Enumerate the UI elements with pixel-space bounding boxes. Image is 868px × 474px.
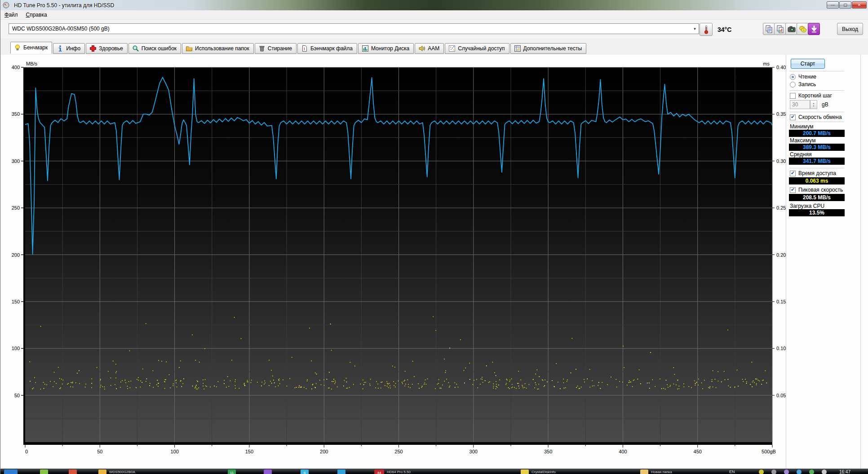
read-radio[interactable] bbox=[790, 74, 796, 80]
screenshot-button[interactable] bbox=[785, 23, 797, 35]
stride-input[interactable]: 30 bbox=[790, 100, 810, 109]
tab-стирание[interactable]: Стирание bbox=[255, 43, 297, 54]
benchmark-page: 400350300250200150100500.400.350.300.250… bbox=[0, 55, 868, 469]
menu-item-0[interactable]: Файл bbox=[0, 11, 22, 19]
tab-бэнчмарк-файла[interactable]: !Бэнчмарк файла bbox=[297, 43, 357, 54]
tab-label: ААМ bbox=[428, 45, 439, 52]
write-radio-row[interactable]: Запись bbox=[790, 81, 816, 88]
taskbar-clock[interactable]: 16:47 bbox=[839, 470, 850, 474]
copy-text-button[interactable] bbox=[763, 23, 775, 35]
benchmark-chart: 400350300250200150100500.400.350.300.250… bbox=[0, 55, 787, 469]
svg-text:!: ! bbox=[304, 46, 305, 51]
svg-text:500gB: 500gB bbox=[762, 449, 776, 454]
taskbar-item-3[interactable] bbox=[98, 470, 106, 474]
download-results-button[interactable] bbox=[808, 23, 820, 35]
tab-использование-папок[interactable]: Использование папок bbox=[182, 43, 254, 54]
taskbar-item-8[interactable]: 44 bbox=[374, 470, 384, 474]
taskbar-item-6[interactable]: S bbox=[301, 470, 309, 474]
magnifier-icon bbox=[132, 45, 139, 52]
taskbar-item-10[interactable] bbox=[640, 470, 648, 474]
tab-здоровье[interactable]: Здоровье bbox=[86, 43, 128, 54]
tab-label: Случайный доступ bbox=[458, 45, 505, 52]
chevron-down-icon[interactable]: ▼ bbox=[691, 24, 699, 34]
temperature-value: 34°C bbox=[717, 26, 731, 33]
info-icon bbox=[57, 45, 64, 52]
tab-поиск-ошибок[interactable]: Поиск ошибок bbox=[128, 43, 181, 54]
drive-select[interactable]: WDC WDS500G2B0A-00SM50 (500 gB) ▼ bbox=[9, 23, 699, 34]
temperature-button[interactable] bbox=[700, 23, 713, 36]
taskbar-item-4[interactable]: 11 bbox=[228, 470, 236, 474]
write-radio[interactable] bbox=[790, 82, 796, 88]
taskbar-item-1[interactable] bbox=[40, 470, 48, 474]
taskbar-item-label: HD64 Pro 5.50 bbox=[387, 470, 411, 474]
svg-text:200: 200 bbox=[12, 252, 20, 258]
taskbar-item-7[interactable] bbox=[337, 470, 345, 474]
read-radio-row[interactable]: Чтение bbox=[790, 74, 816, 80]
tab-случайный-доступ[interactable]: Случайный доступ bbox=[445, 43, 509, 54]
svg-text:400: 400 bbox=[619, 449, 627, 454]
tray-icon-5[interactable] bbox=[822, 470, 827, 474]
tray-icon-2[interactable] bbox=[784, 470, 789, 474]
taskbar-item-5[interactable] bbox=[264, 470, 272, 474]
menu-item-1[interactable]: Справка bbox=[22, 11, 51, 19]
short-stride-row[interactable]: Короткий шаг bbox=[790, 92, 832, 99]
svg-text:0.20: 0.20 bbox=[776, 252, 786, 258]
thermometer-icon bbox=[702, 25, 711, 35]
extra-tests-icon bbox=[514, 45, 521, 52]
burst-rate-checkbox[interactable] bbox=[790, 187, 796, 193]
access-time-checkbox[interactable] bbox=[790, 171, 796, 176]
short-stride-checkbox[interactable] bbox=[790, 93, 796, 99]
min-label: Минимум bbox=[790, 123, 814, 130]
tab-бенчмарк[interactable]: Бенчмарк bbox=[10, 42, 52, 54]
tab-монитор-диска[interactable]: Монитор Диска bbox=[358, 43, 414, 54]
tray-icon-3[interactable] bbox=[797, 470, 802, 474]
svg-text:300: 300 bbox=[469, 449, 478, 454]
svg-text:350: 350 bbox=[12, 111, 20, 117]
close-button[interactable]: ✕ bbox=[852, 1, 867, 9]
random-access-icon bbox=[448, 45, 456, 52]
burst-rate-value: 208.5 MB/s bbox=[789, 194, 845, 201]
svg-text:250: 250 bbox=[394, 449, 403, 454]
windows-taskbar[interactable]: EN 16:47 WDS500G2B0A11S44HD64 Pro 5.50Cr… bbox=[0, 469, 868, 474]
tab-дополнительные-тесты[interactable]: Дополнительные тесты bbox=[510, 43, 586, 54]
copy-image-button[interactable] bbox=[774, 23, 786, 35]
drive-select-value: WDC WDS500G2B0A-00SM50 (500 gB) bbox=[9, 26, 691, 32]
stride-spinner[interactable]: ▲▼ bbox=[810, 100, 817, 109]
save-button[interactable] bbox=[797, 23, 809, 35]
tab-label: Бенчмарк bbox=[23, 44, 48, 51]
transfer-rate-row[interactable]: Скорость обмена bbox=[790, 114, 842, 120]
bulb-icon bbox=[14, 44, 21, 51]
app-icon bbox=[3, 2, 9, 9]
maximize-button[interactable]: ▢ bbox=[839, 1, 851, 9]
tray-icon-0[interactable] bbox=[759, 470, 764, 474]
tray-icon-4[interactable] bbox=[809, 470, 814, 474]
tab-label: Монитор Диска bbox=[371, 45, 409, 52]
taskbar-item-9[interactable] bbox=[521, 470, 529, 474]
burst-rate-label: Пиковая скорость bbox=[798, 187, 843, 193]
taskbar-item-0[interactable] bbox=[4, 470, 18, 474]
access-time-row[interactable]: Время доступа bbox=[790, 170, 836, 176]
minimize-button[interactable]: — bbox=[827, 1, 839, 9]
burst-rate-row[interactable]: Пиковая скорость bbox=[790, 187, 843, 193]
svg-text:0.15: 0.15 bbox=[776, 299, 786, 304]
svg-text:MB/s: MB/s bbox=[26, 61, 38, 66]
max-value: 389.3 MB/s bbox=[789, 144, 845, 151]
read-radio-label: Чтение bbox=[798, 74, 816, 80]
tab-аам[interactable]: ААМ bbox=[415, 43, 444, 54]
tab-bar: БенчмаркИнфоЗдоровьеПоиск ошибокИспользо… bbox=[0, 39, 868, 55]
title-bar[interactable]: HD Tune Pro 5.50 - утилита для HD/SSD — … bbox=[0, 0, 868, 10]
tab-инфо[interactable]: Инфо bbox=[53, 43, 85, 54]
access-time-value: 0.063 ms bbox=[789, 177, 845, 184]
tab-label: Использование папок bbox=[195, 45, 249, 52]
transfer-rate-checkbox[interactable] bbox=[790, 114, 796, 120]
tray-icon-1[interactable] bbox=[771, 470, 776, 474]
tab-label: Здоровье bbox=[99, 45, 123, 52]
language-indicator[interactable]: EN bbox=[729, 470, 735, 474]
start-button[interactable]: Старт bbox=[791, 59, 825, 69]
short-stride-label: Короткий шаг bbox=[798, 92, 832, 99]
access-time-label: Время доступа bbox=[798, 170, 836, 176]
svg-text:450: 450 bbox=[694, 449, 702, 454]
svg-text:0.40: 0.40 bbox=[776, 65, 786, 70]
taskbar-item-2[interactable] bbox=[69, 470, 77, 474]
exit-button[interactable]: Выход bbox=[837, 23, 863, 35]
